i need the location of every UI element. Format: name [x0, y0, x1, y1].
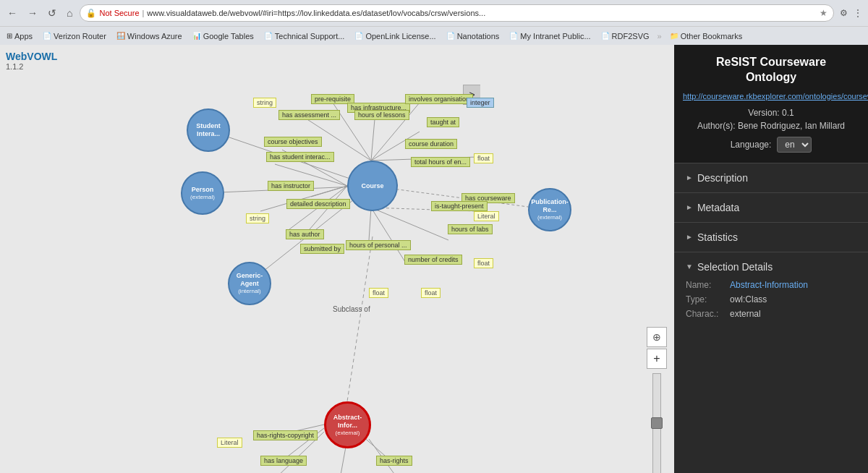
- address-separator: |: [142, 9, 145, 17]
- section-metadata: ► Metadata: [674, 192, 868, 222]
- bookmarks-bar: ⊞ Apps 📄 Verizon Router 🪟 Windows Azure …: [0, 26, 868, 45]
- bookmark-other-label: Other Bookmarks: [681, 32, 743, 41]
- reload-button[interactable]: ↺: [45, 6, 59, 20]
- bookmark-intranet[interactable]: 📄 My Intranet Public...: [507, 31, 592, 41]
- not-secure-label: Not Secure: [99, 9, 139, 17]
- node-generic[interactable]: Generic-Agent (internal): [228, 262, 271, 305]
- version-label: Version:: [748, 108, 779, 118]
- bookmark-intranet-label: My Intranet Public...: [520, 32, 590, 41]
- selection-details-title: ▼ Selection Details: [686, 261, 856, 273]
- prop-box-totalhours[interactable]: total hours of en...: [411, 157, 470, 167]
- node-course[interactable]: Course: [347, 161, 398, 211]
- version-val: 0.1: [782, 108, 794, 118]
- bookmark-azure[interactable]: 🪟 Windows Azure: [114, 31, 184, 41]
- node-pubrel-label: Publication-Re... (external): [529, 198, 570, 221]
- charac-value: external: [730, 309, 761, 319]
- svg-line-12: [371, 208, 448, 240]
- openlink-icon: 📄: [354, 32, 363, 40]
- prop-box-instructor[interactable]: has instructor: [268, 181, 314, 191]
- selection-arrow: ▼: [686, 263, 693, 270]
- node-student[interactable]: Student Intera...: [187, 108, 230, 152]
- prop-box-objectives[interactable]: course objectives: [264, 137, 322, 147]
- extensions-button[interactable]: ⚙: [838, 7, 849, 20]
- bookmark-verizon[interactable]: 📄 Verizon Router: [41, 31, 109, 41]
- svg-line-20: [347, 236, 373, 401]
- prop-box-duration[interactable]: course duration: [405, 139, 457, 149]
- graph-canvas[interactable]: WebVOWL 1.1.2 >: [0, 45, 674, 473]
- prop-box-numcredits[interactable]: number of credits: [404, 255, 462, 265]
- address-bar[interactable]: 🔓 Not Secure | www.visualdataweb.de/webv…: [80, 4, 834, 22]
- webvowl-label: WebVOWL 1.1.2: [6, 51, 57, 71]
- svg-line-14: [311, 186, 347, 197]
- authors-label: Author(s):: [697, 121, 736, 131]
- tables-icon: 📊: [192, 32, 201, 40]
- browser-chrome: ← → ↺ ⌂ 🔓 Not Secure | www.visualdataweb…: [0, 0, 868, 45]
- bookmark-nano[interactable]: 📄 Nanotations: [444, 31, 502, 41]
- node-pubrel[interactable]: Publication-Re... (external): [528, 188, 571, 231]
- prop-box-studentinterac[interactable]: has student interac...: [266, 152, 334, 162]
- prop-box-taughtat[interactable]: taught at: [427, 117, 459, 127]
- svg-line-11: [371, 208, 405, 262]
- bookmark-support[interactable]: 📄 Technical Support...: [262, 31, 347, 41]
- language-select[interactable]: en: [777, 137, 812, 153]
- bookmark-nano-label: Nanotations: [457, 32, 500, 41]
- prop-box-hasauthor[interactable]: has author: [286, 229, 324, 239]
- panel-link[interactable]: http://courseware.rkbexplorer.com/ontolo…: [683, 91, 859, 102]
- prop-box-hourslabs[interactable]: hours of labs: [448, 224, 493, 234]
- support-icon: 📄: [264, 32, 273, 40]
- dtype-literal: Literal: [474, 211, 499, 221]
- authors-value: Bene Rodriguez, Ian Millard: [738, 121, 845, 131]
- back-button[interactable]: ←: [4, 6, 20, 20]
- bookmark-tables-label: Google Tables: [203, 32, 254, 41]
- prop-box-submittedby[interactable]: submitted by: [300, 244, 344, 254]
- section-metadata-header[interactable]: ► Metadata: [674, 193, 868, 222]
- dtype-float2: float: [474, 258, 493, 268]
- bookmark-rdf2svg[interactable]: 📄 RDF2SVG: [599, 31, 652, 41]
- azure-icon: 🪟: [116, 32, 125, 40]
- home-button[interactable]: ⌂: [64, 6, 75, 20]
- prop-box-hourslessons[interactable]: hours of lessons: [354, 110, 409, 120]
- zoom-crosshair-button[interactable]: ⊕: [647, 327, 667, 347]
- prop-box-description[interactable]: detailed description: [286, 199, 350, 209]
- node-abstract[interactable]: Abstract-Infor... (external): [324, 401, 371, 448]
- dtype-float3: float: [421, 288, 441, 298]
- intranet-icon: 📄: [509, 32, 518, 40]
- selection-details: ▼ Selection Details Name: Abstract-Infor…: [674, 252, 868, 332]
- subclass-label: Subclass of: [333, 305, 370, 313]
- prop-box-rightscopyright[interactable]: has-rights-copyright: [253, 430, 318, 440]
- prop-box-istaught[interactable]: is-taught-present: [431, 201, 488, 211]
- selection-type-row: Type: owl:Class: [686, 294, 856, 304]
- node-generic-label: Generic-Agent (internal): [229, 272, 270, 294]
- panel-authors: Author(s): Bene Rodriguez, Ian Millard: [683, 121, 859, 131]
- prop-box-assessment[interactable]: has assessment ...: [278, 110, 340, 120]
- dtype-integer: integer: [467, 98, 494, 108]
- bookmark-openlink[interactable]: 📄 OpenLink License...: [352, 31, 438, 41]
- bookmark-verizon-label: Verizon Router: [54, 32, 106, 41]
- prop-box-involves[interactable]: involves organisation: [405, 94, 473, 104]
- bookmark-other[interactable]: 📁 Other Bookmarks: [668, 31, 745, 41]
- star-icon[interactable]: ★: [820, 8, 827, 18]
- menu-button[interactable]: ⋮: [852, 7, 864, 20]
- section-description-header[interactable]: ► Description: [674, 163, 868, 192]
- apps-icon: ⊞: [7, 32, 12, 40]
- selection-title-text: Selection Details: [697, 261, 773, 273]
- zoom-slider-track[interactable]: [652, 373, 661, 473]
- metadata-label: Metadata: [697, 202, 739, 213]
- dtype-literal2: Literal: [217, 438, 242, 448]
- section-statistics-header[interactable]: ► Statistics: [674, 223, 868, 252]
- bookmark-openlink-label: OpenLink License...: [365, 32, 435, 41]
- webvowl-version: 1.1.2: [6, 62, 57, 71]
- zoom-in-button[interactable]: +: [647, 349, 667, 369]
- description-label: Description: [697, 172, 748, 184]
- prop-box-language[interactable]: has language: [260, 456, 307, 466]
- node-person[interactable]: Person (external): [181, 171, 224, 215]
- prop-box-hasrights[interactable]: has-rights: [376, 456, 412, 466]
- bookmark-tables[interactable]: 📊 Google Tables: [190, 31, 256, 41]
- section-statistics: ► Statistics: [674, 222, 868, 252]
- selection-name-row: Name: Abstract-Information: [686, 280, 856, 290]
- forward-button[interactable]: →: [25, 6, 41, 20]
- bookmark-apps[interactable]: ⊞ Apps: [4, 31, 35, 41]
- zoom-slider-thumb[interactable]: [651, 417, 663, 429]
- selection-charac-row: Charac.: external: [686, 309, 856, 319]
- prop-box-hourspersonal[interactable]: hours of personal ...: [346, 240, 411, 250]
